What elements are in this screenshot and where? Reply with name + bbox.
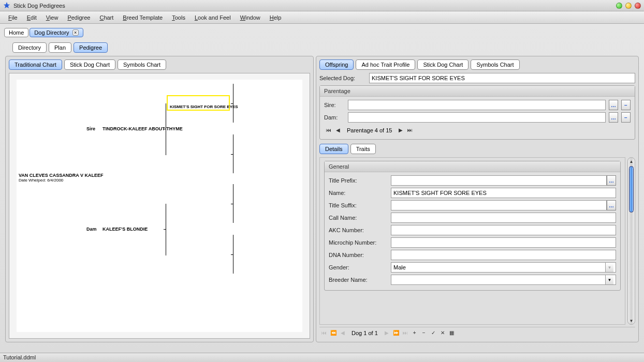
tab-details[interactable]: Details xyxy=(319,144,348,154)
gender-value: Male xyxy=(393,264,605,270)
dog-next-page-button[interactable]: ⏩ xyxy=(392,329,400,337)
parentage-nav-text: Parentage 4 of 15 xyxy=(344,127,395,133)
dog-grid-button[interactable]: ▦ xyxy=(448,329,456,337)
dam-field[interactable] xyxy=(348,112,606,123)
sire-clear-button[interactable] xyxy=(621,100,631,110)
tab-dog-directory-close[interactable]: × xyxy=(72,29,79,36)
tab-home[interactable]: Home xyxy=(4,28,28,37)
section-tab-plan[interactable]: Plan xyxy=(49,42,71,53)
dog-remove-button[interactable]: − xyxy=(420,329,428,337)
dog-prev-button[interactable]: ◀ xyxy=(339,329,346,337)
gender-combo[interactable]: Male▼ xyxy=(391,262,616,273)
section-tab-pedigree[interactable]: Pedigree xyxy=(74,42,108,53)
scroll-up-icon[interactable]: ▲ xyxy=(628,158,635,165)
general-fieldset: General Title Prefix: Name: Ti xyxy=(324,161,621,291)
chart-bracket xyxy=(164,129,166,129)
dam-browse-button[interactable] xyxy=(609,112,618,123)
dam-clear-button[interactable] xyxy=(621,112,631,123)
chart-bracket xyxy=(233,235,233,274)
document-tabs: Home Dog Directory × xyxy=(3,26,641,40)
dog-nav-text: Dog 1 of 1 xyxy=(348,330,381,336)
window-maximize-button[interactable] xyxy=(616,3,622,9)
chart-sire-name: TINDROCK-KALEEF ABOUT THYME xyxy=(103,126,183,131)
pedigree-chart[interactable]: VAN CLEVES CASSANDRA V KALEEF Date Whelp… xyxy=(17,80,302,332)
chart-highlight-name: KISMET'S SIGHT FOR SORE EYES xyxy=(170,104,238,109)
title-prefix-label: Title Prefix: xyxy=(329,177,391,184)
title-prefix-field[interactable] xyxy=(391,175,607,186)
dog-cancel-button[interactable]: ✕ xyxy=(439,329,446,337)
chart-bracket xyxy=(231,204,233,204)
selected-dog-field[interactable] xyxy=(369,73,635,83)
app-icon xyxy=(3,2,10,9)
title-suffix-field[interactable] xyxy=(391,200,607,210)
dog-next-button[interactable]: ▶ xyxy=(383,329,390,337)
chevron-down-icon: ▼ xyxy=(605,275,613,284)
x-icon: ✕ xyxy=(441,330,445,336)
tab-traits[interactable]: Traits xyxy=(350,144,376,154)
call-name-label: Call Name: xyxy=(329,215,391,221)
menu-chart[interactable]: Chart xyxy=(95,13,118,22)
dog-last-button[interactable]: ⏭ xyxy=(402,329,409,337)
chart-root-name: VAN CLEVES CASSANDRA V KALEEF xyxy=(19,173,104,178)
dog-record-nav: ⏮ ⏪ ◀ Dog 1 of 1 ▶ ⏩ ⏭ + − ✓ ✕ ▦ xyxy=(319,327,635,339)
window-minimize-button[interactable] xyxy=(625,3,632,9)
tab-traditional-chart[interactable]: Traditional Chart xyxy=(9,59,62,70)
call-name-field[interactable] xyxy=(391,213,616,223)
section-tab-directory[interactable]: Directory xyxy=(12,42,47,53)
dna-number-field[interactable] xyxy=(391,250,616,260)
right-panel: Offspring Ad hoc Trait Profile Stick Dog… xyxy=(316,56,639,342)
sire-field[interactable] xyxy=(348,100,606,110)
dog-confirm-button[interactable]: ✓ xyxy=(430,329,437,337)
title-prefix-browse-button[interactable] xyxy=(607,175,616,186)
title-suffix-browse-button[interactable] xyxy=(607,200,616,210)
details-scrollbar[interactable]: ▲ ▼ xyxy=(627,157,635,325)
status-bar: Tutorial.ddml xyxy=(0,353,644,362)
menu-view[interactable]: View xyxy=(42,13,63,22)
tab-adhoc-trait-profile[interactable]: Ad hoc Trait Profile xyxy=(356,59,415,70)
main-frame: Home Dog Directory × Directory Plan Pedi… xyxy=(0,24,644,353)
parentage-next-button[interactable]: ▶ xyxy=(397,127,404,134)
scroll-thumb[interactable] xyxy=(629,166,634,213)
menu-look-and-feel[interactable]: Look and Feel xyxy=(191,13,235,22)
menu-window[interactable]: Window xyxy=(236,13,265,22)
breeder-name-combo[interactable]: ▼ xyxy=(391,275,616,285)
dog-prev-page-button[interactable]: ⏪ xyxy=(330,329,337,337)
menu-pedigree[interactable]: Pedigree xyxy=(63,13,94,22)
microchip-number-field[interactable] xyxy=(391,237,616,248)
scroll-down-icon[interactable]: ▼ xyxy=(628,317,635,324)
tab-home-label: Home xyxy=(9,29,24,36)
chevron-down-icon: ▼ xyxy=(605,263,613,272)
dog-first-button[interactable]: ⏮ xyxy=(320,329,328,337)
menu-file[interactable]: File xyxy=(4,13,22,22)
chart-bracket xyxy=(233,184,233,223)
details-panel: General Title Prefix: Name: Ti xyxy=(319,157,625,325)
chart-bracket xyxy=(231,103,233,104)
chart-sire-label: Sire xyxy=(86,126,95,131)
sire-browse-button[interactable] xyxy=(609,100,618,110)
menu-breed-template[interactable]: Breed Template xyxy=(119,13,167,22)
menu-edit[interactable]: Edit xyxy=(23,13,41,22)
tab-symbols-chart-left[interactable]: Symbols Chart xyxy=(118,59,166,70)
tab-dog-directory[interactable]: Dog Directory × xyxy=(30,28,83,37)
tab-stick-dog-chart-left[interactable]: Stick Dog Chart xyxy=(64,59,115,70)
window-close-button[interactable] xyxy=(635,3,641,9)
chart-dam-name: KALEEF'S BLONDIE xyxy=(103,227,148,232)
first-icon: ⏮ xyxy=(321,330,327,336)
akc-number-field[interactable] xyxy=(391,225,616,235)
check-icon: ✓ xyxy=(431,330,435,336)
left-panel: Traditional Chart Stick Dog Chart Symbol… xyxy=(5,56,314,342)
parentage-first-button[interactable]: ⏮ xyxy=(325,127,332,134)
menu-tools[interactable]: Tools xyxy=(168,13,189,22)
chart-bracket xyxy=(233,84,233,123)
dog-add-button[interactable]: + xyxy=(411,329,418,337)
prev-page-icon: ⏪ xyxy=(330,330,336,336)
parentage-prev-button[interactable]: ◀ xyxy=(334,127,342,134)
name-field[interactable] xyxy=(391,188,616,198)
tab-offspring[interactable]: Offspring xyxy=(319,59,354,70)
chart-bracket xyxy=(166,103,166,155)
parentage-last-button[interactable]: ⏭ xyxy=(406,127,414,134)
tab-symbols-chart-right[interactable]: Symbols Chart xyxy=(471,59,519,70)
menu-help[interactable]: Help xyxy=(266,13,286,22)
chart-bracket xyxy=(233,134,233,173)
tab-stick-dog-chart-right[interactable]: Stick Dog Chart xyxy=(417,59,469,70)
